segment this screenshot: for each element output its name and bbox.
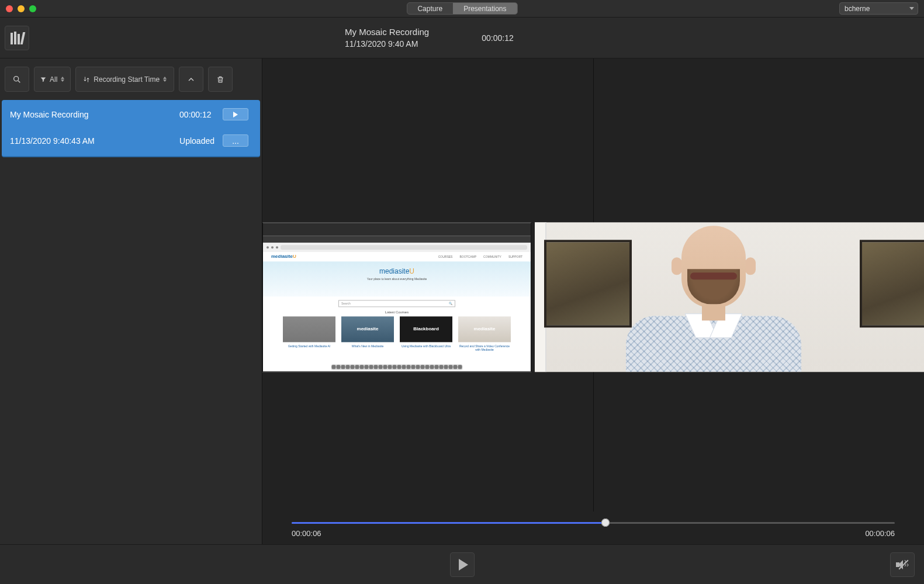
filter-dropdown[interactable]: All (34, 67, 71, 92)
preview-site-logo: mediasiteU (271, 254, 296, 259)
timeline-progress (292, 522, 605, 524)
chevron-down-icon (909, 7, 914, 10)
sort-arrows-icon (61, 77, 64, 82)
card-timestamp: 11/13/2020 9:40:43 AM (10, 136, 171, 146)
sort-icon (83, 76, 90, 83)
more-icon: ... (232, 136, 239, 146)
filter-icon (40, 77, 46, 82)
user-name: bcherne (845, 5, 870, 13)
play-button[interactable] (450, 552, 475, 577)
close-window-button[interactable] (6, 5, 13, 12)
main: All Recording Start Time My Mosaic Recor… (0, 58, 924, 544)
maximize-window-button[interactable] (29, 5, 36, 12)
chevron-up-icon (186, 75, 196, 84)
presenter-image (535, 222, 924, 372)
timeline: 00:00:06 00:00:06 (262, 512, 924, 544)
recording-title: My Mosaic Recording (345, 27, 429, 37)
content: mediasiteU COURSESBOOTCAMPCOMMUNITYSUPPO… (262, 58, 924, 544)
delete-button[interactable] (208, 67, 233, 92)
recording-title-group: My Mosaic Recording 11/13/2020 9:40 AM (345, 27, 429, 49)
minimize-window-button[interactable] (18, 5, 25, 12)
recording-datetime: 11/13/2020 9:40 AM (345, 39, 429, 49)
timeline-thumb[interactable] (601, 519, 610, 527)
sidebar-toolbar: All Recording Start Time (0, 58, 262, 99)
mode-toggle: Capture Presentations (406, 2, 517, 15)
card-name: My Mosaic Recording (10, 110, 171, 119)
recording-duration: 00:00:12 (482, 33, 514, 43)
window-controls (6, 5, 36, 12)
card-status: Uploaded (179, 136, 214, 146)
search-icon (12, 75, 22, 84)
user-dropdown[interactable]: bcherne (839, 2, 918, 15)
mode-presentations-button[interactable]: Presentations (453, 3, 517, 14)
recording-card[interactable]: My Mosaic Recording 00:00:12 11/13/2020 … (2, 100, 260, 157)
mute-button[interactable]: ››› (890, 552, 915, 577)
play-icon (233, 112, 238, 118)
card-duration: 00:00:12 (179, 110, 214, 119)
sort-arrows-icon (163, 77, 167, 82)
trash-icon (216, 75, 224, 84)
sort-dropdown[interactable]: Recording Start Time (75, 67, 174, 92)
search-button[interactable] (5, 67, 29, 92)
svg-line-1 (18, 81, 20, 82)
preview-row: mediasiteU COURSESBOOTCAMPCOMMUNITYSUPPO… (262, 222, 924, 372)
library-button[interactable] (5, 26, 29, 50)
header: My Mosaic Recording 11/13/2020 9:40 AM 0… (0, 18, 924, 58)
library-icon (11, 32, 24, 44)
sidebar: All Recording Start Time My Mosaic Recor… (0, 58, 262, 544)
upload-button[interactable] (179, 67, 203, 92)
screen-preview[interactable]: mediasiteU COURSESBOOTCAMPCOMMUNITYSUPPO… (262, 222, 531, 372)
svg-point-0 (14, 76, 19, 81)
sort-label: Recording Start Time (94, 75, 160, 84)
timeline-total-time: 00:00:06 (865, 529, 895, 538)
speaker-muted-icon: ››› (896, 559, 909, 570)
filter-label: All (50, 75, 57, 84)
footer: ››› (0, 544, 924, 584)
camera-preview[interactable] (531, 222, 924, 372)
mode-capture-button[interactable]: Capture (407, 3, 453, 14)
titlebar: Capture Presentations bcherne (0, 0, 924, 18)
preview-site-nav: COURSESBOOTCAMPCOMMUNITYSUPPORT (438, 255, 522, 258)
play-icon (459, 559, 468, 571)
timeline-current-time: 00:00:06 (292, 529, 321, 538)
card-more-button[interactable]: ... (223, 134, 248, 147)
card-play-button[interactable] (223, 108, 248, 120)
